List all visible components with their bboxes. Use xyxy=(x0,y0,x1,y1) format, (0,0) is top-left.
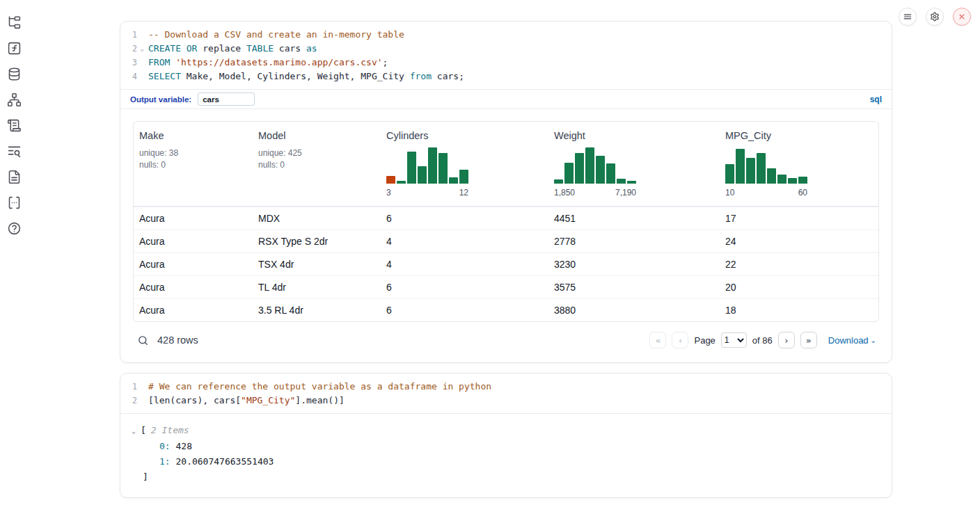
first-page-button[interactable]: « xyxy=(649,332,666,348)
column-histogram[interactable] xyxy=(554,147,636,184)
items-count: 2 Items xyxy=(151,423,189,438)
column-stat: unique: 38 xyxy=(139,147,247,159)
histogram-range: 312 xyxy=(386,188,468,198)
help-icon[interactable] xyxy=(6,220,22,236)
histogram-bar xyxy=(407,152,416,184)
line-number: 2 xyxy=(120,394,137,408)
histogram-bar xyxy=(575,153,584,184)
table-cell: 3230 xyxy=(548,259,720,270)
close-button[interactable] xyxy=(953,8,971,26)
python-code-editor[interactable]: 1# We can reference the output variable … xyxy=(120,373,892,413)
histogram-bar xyxy=(596,156,605,184)
close-icon xyxy=(957,12,967,22)
fold-chevron-icon[interactable]: ⌄ xyxy=(137,42,147,56)
fold-gutter xyxy=(137,380,147,394)
graph-icon[interactable] xyxy=(6,92,22,107)
histogram-bar xyxy=(554,179,563,184)
code-line[interactable]: 2[len(cars), cars["MPG_City"].mean()] xyxy=(120,394,892,408)
output-variable-input[interactable] xyxy=(198,92,255,106)
histogram-bar xyxy=(777,175,787,184)
last-page-button[interactable]: » xyxy=(800,332,817,348)
table-cell: Acura xyxy=(134,259,253,270)
histogram-bar xyxy=(798,177,807,184)
code-line[interactable]: 2⌄CREATE OR replace TABLE cars as xyxy=(120,42,892,56)
code-line[interactable]: 3FROM 'https://datasets.marimo.app/cars.… xyxy=(120,56,892,70)
column-header-cylinders[interactable]: Cylinders312 xyxy=(381,122,548,206)
code-line[interactable]: 4SELECT Make, Model, Cylinders, Weight, … xyxy=(120,70,892,83)
document-icon[interactable] xyxy=(6,169,22,184)
line-number: 1 xyxy=(120,28,137,42)
table-cell: 4 xyxy=(381,259,548,270)
histogram-bar xyxy=(606,163,615,184)
entry-value: 20.060747663551403 xyxy=(175,456,274,467)
histogram-bar xyxy=(564,163,574,184)
sql-code-editor[interactable]: 1-- Download a CSV and create an in-memo… xyxy=(120,22,892,89)
entry-value: 428 xyxy=(175,441,191,451)
fold-gutter xyxy=(137,70,147,83)
column-histogram[interactable] xyxy=(386,147,468,184)
table-row[interactable]: Acura3.5 RL 4dr6388018 xyxy=(134,298,878,321)
histogram-bar xyxy=(449,177,458,184)
next-page-button[interactable]: › xyxy=(778,332,795,348)
histogram-min: 3 xyxy=(386,188,391,198)
python-cell: 1# We can reference the output variable … xyxy=(120,373,892,498)
code-log-icon[interactable] xyxy=(6,195,22,210)
column-stat: nulls: 0 xyxy=(139,159,247,171)
column-header-weight[interactable]: Weight1,8507,190 xyxy=(548,122,720,206)
download-button[interactable]: Download ⌄ xyxy=(828,335,876,346)
table-header-row: Makeunique: 38nulls: 0Modelunique: 425nu… xyxy=(134,122,878,207)
table-cell: 20 xyxy=(720,282,878,293)
line-number: 4 xyxy=(120,70,137,83)
table-cell: MDX xyxy=(253,213,381,224)
left-sidebar xyxy=(6,15,22,236)
list-search-icon[interactable] xyxy=(6,143,22,159)
code-line[interactable]: 1-- Download a CSV and create an in-memo… xyxy=(120,28,892,42)
table-cell: 3575 xyxy=(548,282,720,293)
column-header-model[interactable]: Modelunique: 425nulls: 0 xyxy=(253,122,381,206)
marimo-notebook-app: 1-- Download a CSV and create an in-memo… xyxy=(0,0,980,507)
database-icon[interactable] xyxy=(6,66,22,81)
prev-page-button[interactable]: ‹ xyxy=(672,332,688,348)
column-name: MPG_City xyxy=(725,130,873,141)
output-variable-label: Output variable: xyxy=(130,95,191,104)
table-row[interactable]: AcuraTSX 4dr4323022 xyxy=(134,252,878,275)
column-header-mpg_city[interactable]: MPG_City1060 xyxy=(720,122,878,206)
pagination: « ‹ Page 1 of 86 › » Download ⌄ xyxy=(649,332,876,348)
settings-button[interactable] xyxy=(926,8,944,26)
table-cell: 2778 xyxy=(548,236,720,247)
file-tree-icon[interactable] xyxy=(6,15,22,30)
chevron-right-icon: › xyxy=(784,336,788,345)
topbar-controls xyxy=(899,8,971,26)
collapse-chevron-icon[interactable]: ⌄ xyxy=(132,424,136,439)
column-histogram[interactable] xyxy=(725,147,807,184)
histogram-bar xyxy=(767,168,776,184)
table-row[interactable]: AcuraMDX6445117 xyxy=(134,207,878,230)
sql-cell: 1-- Download a CSV and create an in-memo… xyxy=(120,21,892,363)
code-text: FROM 'https://datasets.marimo.app/cars.c… xyxy=(147,56,388,70)
histogram-bar xyxy=(627,181,636,184)
bracket-open: [ xyxy=(141,423,146,438)
histogram-bar xyxy=(397,181,406,184)
column-header-make[interactable]: Makeunique: 38nulls: 0 xyxy=(134,122,253,206)
menu-button[interactable] xyxy=(899,8,917,26)
output-variable-row: Output variable: sql xyxy=(120,89,892,109)
histogram-max: 7,190 xyxy=(615,188,636,198)
page-select[interactable]: 1 xyxy=(721,332,747,348)
page-label: Page xyxy=(694,335,715,346)
table-row[interactable]: AcuraRSX Type S 2dr4277824 xyxy=(134,230,878,252)
histogram-bar xyxy=(459,170,468,184)
fold-gutter xyxy=(137,56,147,70)
table-row[interactable]: AcuraTL 4dr6357520 xyxy=(134,275,878,298)
function-icon[interactable] xyxy=(6,40,22,56)
column-name: Model xyxy=(258,130,375,141)
table-footer: 428 rows « ‹ Page 1 of 86 › » Download ⌄ xyxy=(133,322,879,358)
table-cell: Acura xyxy=(134,305,253,316)
scroll-icon[interactable] xyxy=(6,118,22,133)
column-stat: nulls: 0 xyxy=(258,159,375,171)
search-icon[interactable] xyxy=(137,335,149,346)
result-list-header: ⌄ [ 2 Items xyxy=(132,423,880,439)
table-cell: 22 xyxy=(720,259,878,270)
menu-icon xyxy=(903,12,912,22)
code-line[interactable]: 1# We can reference the output variable … xyxy=(120,380,892,394)
chevron-down-icon: ⌄ xyxy=(871,337,876,344)
